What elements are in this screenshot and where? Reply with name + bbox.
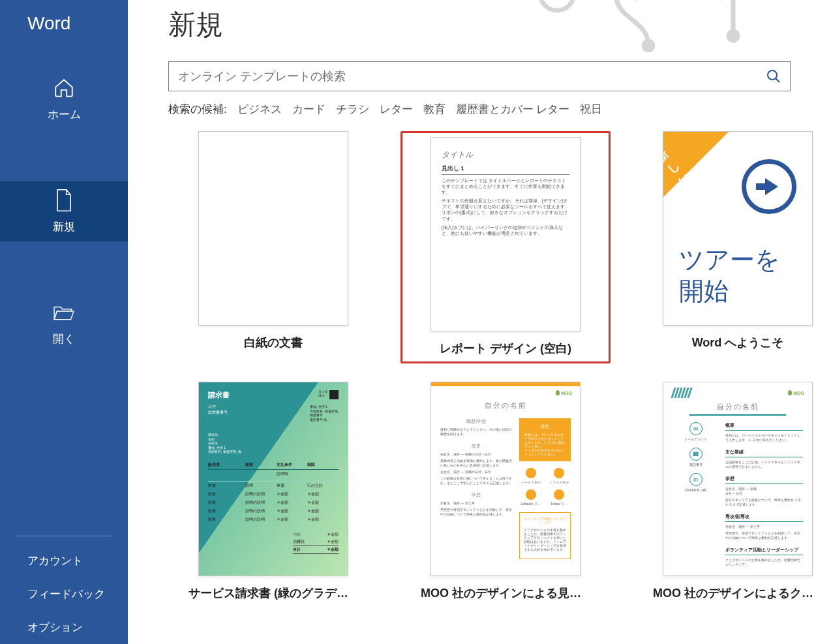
template-report[interactable]: タイトル 見出し 1 このテンプレートでは タイトルページとレポートのテキストを…: [400, 131, 611, 363]
template-welcome[interactable]: 新しい ツアーを 開始 Word へようこそ: [633, 131, 831, 363]
template-grid: 白紙の文書 タイトル 見出し 1 このテンプレートでは タイトルページとレポート…: [128, 122, 831, 601]
search-box: [168, 61, 791, 91]
template-invoice-thumb: 請求書 ロゴを挿入 番地, 住所 1 市区町村, 都道府県, 郵便番号 電話番号…: [198, 382, 348, 576]
moo-logo-icon: MOO: [556, 390, 572, 395]
search-input[interactable]: [169, 70, 757, 84]
linkedin-icon: in: [689, 473, 703, 486]
template-moo1-caption: MOO 社のデザインによる見や…: [421, 585, 590, 601]
phone-icon: ☎: [689, 448, 703, 461]
mail-icon: ✉: [689, 422, 703, 435]
sidebar-spacer: [0, 354, 128, 536]
welcome-text: ツアーを 開始: [679, 245, 799, 307]
template-blank-caption: 白紙の文書: [244, 335, 303, 350]
sidebar: Word ホーム 新規 開く アカウント フィードバック オプション: [0, 0, 128, 644]
sidebar-open-label: 開く: [53, 331, 75, 346]
template-moo-resume-2[interactable]: MOO 自分の名前 ✉メールアドレス ☎電話番号 inLINKEDIN URL …: [633, 382, 831, 601]
sidebar-open[interactable]: 開く: [0, 294, 128, 354]
template-blank-thumb: [198, 131, 348, 326]
suggestion-education[interactable]: 教育: [423, 102, 446, 117]
home-icon: [53, 77, 75, 99]
search-suggestions: 検索の候補: ビジネス カード チラシ レター 教育 履歴書とカバー レター 祝…: [168, 102, 791, 117]
template-moo-resume-1[interactable]: MOO 自分の名前 職歴/学歴最初に現職を記入してください。その後に以前の職歴を…: [400, 382, 611, 601]
suggestion-resume[interactable]: 履歴書とカバー レター: [456, 102, 570, 117]
report-body: このテンプレートでは タイトルページとレポートのテキストをすぐにまとめることがで…: [442, 177, 569, 195]
sidebar-nav: ホーム 新規 開く: [0, 54, 128, 354]
suggestion-card[interactable]: カード: [292, 102, 325, 117]
template-report-caption: レポート デザイン (空白): [440, 341, 571, 356]
report-title: タイトル: [442, 149, 569, 161]
sidebar-options[interactable]: オプション: [0, 611, 128, 644]
svg-point-5: [768, 70, 777, 80]
arrow-circle-icon: [742, 159, 796, 214]
sidebar-home[interactable]: ホーム: [0, 69, 128, 129]
search-button[interactable]: [757, 62, 790, 91]
main-area: 新規 検索の候補: ビジネス カード チラシ レター 教育 履歴書とカバー レタ…: [128, 0, 831, 644]
company-logo-icon: [329, 390, 339, 399]
stripe-decoration-icon: [672, 388, 691, 398]
suggestion-holiday[interactable]: 祝日: [580, 102, 602, 117]
template-welcome-thumb: 新しい ツアーを 開始: [663, 131, 813, 326]
sidebar-home-label: ホーム: [48, 107, 81, 122]
sidebar-feedback[interactable]: フィードバック: [0, 577, 128, 611]
sidebar-divider: [16, 536, 112, 536]
new-document-icon: [53, 189, 75, 211]
folder-open-icon: [53, 301, 75, 324]
moo-logo-icon: MOO: [788, 390, 804, 395]
template-welcome-caption: Word へようこそ: [692, 335, 784, 350]
template-invoice[interactable]: 請求書 ロゴを挿入 番地, 住所 1 市区町村, 都道府県, 郵便番号 電話番号…: [168, 382, 378, 601]
suggestion-label: 検索の候補:: [168, 102, 227, 117]
app-title: Word: [0, 0, 128, 54]
template-moo2-thumb: MOO 自分の名前 ✉メールアドレス ☎電話番号 inLINKEDIN URL …: [663, 382, 813, 576]
template-moo1-thumb: MOO 自分の名前 職歴/学歴最初に現職を記入してください。その後に以前の職歴を…: [431, 382, 581, 576]
sidebar-new-label: 新規: [53, 219, 75, 234]
suggestion-flyer[interactable]: チラシ: [336, 102, 369, 117]
suggestion-letter[interactable]: レター: [380, 102, 413, 117]
template-report-thumb: タイトル 見出し 1 このテンプレートでは タイトルページとレポートのテキストを…: [431, 137, 581, 331]
report-heading: 見出し 1: [442, 164, 569, 175]
template-invoice-caption: サービス請求書 (緑のグラデー…: [189, 585, 358, 601]
page-title: 新規: [128, 0, 831, 61]
new-ribbon: 新しい: [663, 132, 729, 197]
search-icon: [766, 69, 781, 84]
template-blank[interactable]: 白紙の文書: [168, 131, 378, 363]
suggestion-business[interactable]: ビジネス: [237, 102, 282, 117]
sidebar-account[interactable]: アカウント: [0, 544, 128, 577]
template-moo2-caption: MOO 社のデザインによるクリエ…: [653, 585, 823, 601]
sidebar-new[interactable]: 新規: [0, 181, 128, 241]
